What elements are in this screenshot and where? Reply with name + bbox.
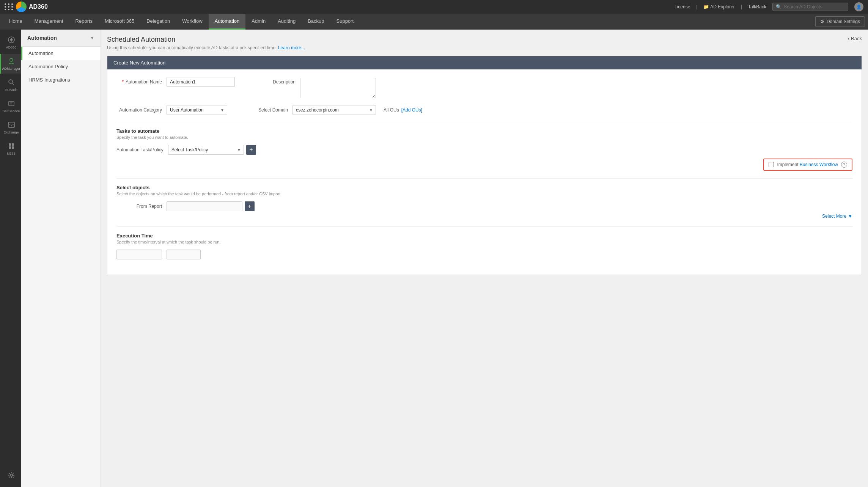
task-policy-select[interactable]: Select Task/Policy <box>168 145 244 155</box>
description-textarea[interactable] <box>300 78 376 98</box>
ad-explorer-link[interactable]: 📁 AD Explorer <box>703 4 734 9</box>
chevron-down-icon: ▼ <box>848 214 852 219</box>
business-workflow-link[interactable]: Business Workflow <box>800 162 838 167</box>
back-button[interactable]: ‹ Back <box>848 36 862 41</box>
nav-item-auditing[interactable]: Auditing <box>272 14 302 30</box>
nav-item-management[interactable]: Management <box>28 14 69 30</box>
nav-item-support[interactable]: Support <box>330 14 360 30</box>
sidebar-item-exchange[interactable]: Exchange <box>0 118 21 137</box>
automation-category-label: Automation Category <box>116 107 162 113</box>
domain-settings-button[interactable]: ⚙ Domain Settings <box>815 16 865 27</box>
search-icon: 🔍 <box>776 4 782 9</box>
folder-icon: 📁 <box>703 4 709 9</box>
select-domain-select-wrapper: csez.zohocorpin.com ▼ <box>292 105 376 115</box>
select-domain-label: Select Domain <box>242 107 288 113</box>
sidebar-item-m365[interactable]: M365 <box>0 139 21 159</box>
nav-right: ⚙ Domain Settings <box>815 16 865 27</box>
left-nav-header: Automation ▼ <box>21 30 101 47</box>
execution-time-input-2[interactable] <box>167 250 201 259</box>
avatar[interactable]: 👤 <box>854 2 863 11</box>
svg-rect-9 <box>12 143 14 146</box>
app-logo: AD360 <box>5 2 48 12</box>
nav-item-microsoft365[interactable]: Microsoft 365 <box>99 14 140 30</box>
select-domain-select[interactable]: csez.zohocorpin.com <box>292 105 376 115</box>
settings-button[interactable] <box>5 468 17 482</box>
svg-rect-8 <box>9 143 11 146</box>
icon-sidebar-bottom <box>5 468 17 487</box>
automation-name-group: * Automation Name <box>116 77 235 87</box>
icon-sidebar: AD360 ADManager ADAudit <box>0 30 21 487</box>
nav-item-delegation[interactable]: Delegation <box>140 14 176 30</box>
select-more-button[interactable]: Select More ▼ <box>822 214 852 219</box>
select-objects-section: Select objects Select the objects on whi… <box>116 185 852 219</box>
implement-workflow-box: Implement Business Workflow ? <box>763 159 852 171</box>
search-box: 🔍 <box>772 3 848 11</box>
page-subtitle: Using this scheduler you can automatical… <box>107 45 305 50</box>
learn-more-link[interactable]: Learn more... <box>278 45 305 50</box>
from-report-input[interactable] <box>167 201 242 211</box>
nav-item-automation[interactable]: Automation <box>209 14 246 30</box>
nav-bar: Home Management Reports Microsoft 365 De… <box>0 14 868 30</box>
ad360-icon <box>7 36 16 44</box>
task-add-button[interactable]: + <box>246 145 256 155</box>
exchange-icon <box>7 121 16 129</box>
nav-item-backup[interactable]: Backup <box>302 14 330 30</box>
top-bar-left: AD360 <box>5 2 48 12</box>
select-more-row: Select More ▼ <box>116 214 852 219</box>
form-row-category-domain: Automation Category User Automation Comp… <box>116 105 852 115</box>
sidebar-item-ad360[interactable]: AD360 <box>0 33 21 52</box>
from-report-group: From Report + <box>116 201 255 211</box>
chevron-left-icon: ‹ <box>848 36 849 41</box>
description-group: Description <box>250 78 376 98</box>
left-nav-item-automation[interactable]: Automation <box>21 47 101 60</box>
gear-icon: ⚙ <box>820 19 824 24</box>
form-row-report: From Report + <box>116 201 852 211</box>
automation-name-input[interactable] <box>167 77 235 87</box>
left-nav: Automation ▼ Automation Automation Polic… <box>21 30 101 487</box>
top-bar: AD360 License | 📁 AD Explorer | TalkBack… <box>0 0 868 14</box>
sidebar-item-adaudit[interactable]: ADAudit <box>0 75 21 95</box>
svg-point-12 <box>10 474 13 476</box>
execution-time-input-1[interactable] <box>116 250 162 259</box>
add-ous-link[interactable]: [Add OUs] <box>401 107 422 113</box>
nav-item-reports[interactable]: Reports <box>69 14 99 30</box>
implement-row: Implement Business Workflow ? <box>116 159 852 171</box>
from-report-input-plus: + <box>167 201 255 211</box>
svg-rect-11 <box>12 146 14 149</box>
svg-point-1 <box>10 58 13 61</box>
help-icon[interactable]: ? <box>841 162 847 168</box>
grid-menu-icon[interactable] <box>5 3 14 10</box>
nav-item-workflow[interactable]: Workflow <box>176 14 208 30</box>
admanager-icon <box>7 57 16 65</box>
page-header: Scheduled Automation Using this schedule… <box>107 36 862 50</box>
left-nav-item-hrms[interactable]: HRMS Integrations <box>21 73 101 86</box>
implement-workflow-checkbox[interactable] <box>769 162 774 167</box>
settings-icon <box>7 471 16 479</box>
nav-item-admin[interactable]: Admin <box>245 14 272 30</box>
selfservice-icon <box>7 99 16 108</box>
page-header-left: Scheduled Automation Using this schedule… <box>107 36 305 50</box>
execution-time-subtitle: Specify the time/interval at which the t… <box>116 240 852 244</box>
description-label: Description <box>250 79 296 85</box>
svg-rect-4 <box>9 101 14 106</box>
execution-time-inputs <box>116 250 852 259</box>
svg-point-2 <box>9 80 13 83</box>
sidebar-item-selfservice[interactable]: SelfService <box>0 96 21 116</box>
search-input[interactable] <box>784 4 844 9</box>
sidebar-item-admanager[interactable]: ADManager <box>0 54 21 74</box>
task-policy-label: Automation Task/Policy <box>116 147 164 152</box>
divider-2 <box>116 178 852 179</box>
license-link[interactable]: License <box>675 4 690 9</box>
automation-category-select[interactable]: User Automation Computer Automation Grou… <box>167 105 227 115</box>
task-policy-select-wrapper: Select Task/Policy ▼ <box>168 145 244 155</box>
report-add-button[interactable]: + <box>245 201 255 211</box>
talkback-link[interactable]: TalkBack <box>748 4 766 9</box>
form-card-header: Create New Automation <box>107 56 862 69</box>
main-layout: AD360 ADManager ADAudit <box>0 30 868 487</box>
tasks-section: Tasks to automate Specify the task you w… <box>116 128 852 171</box>
svg-rect-10 <box>9 146 11 149</box>
execution-time-section: Execution Time Specify the time/interval… <box>116 233 852 259</box>
left-nav-item-automation-policy[interactable]: Automation Policy <box>21 60 101 73</box>
nav-item-home[interactable]: Home <box>3 14 28 30</box>
tasks-section-title: Tasks to automate <box>116 128 852 134</box>
